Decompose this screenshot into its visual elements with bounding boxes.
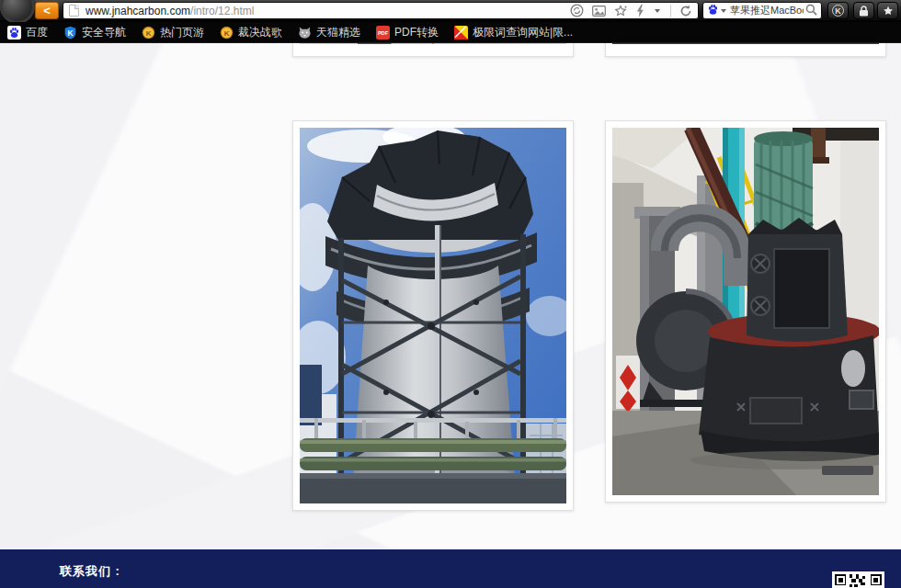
browser-titlebar: < www.jnahcarbon.com/intro/12.html [0,0,901,21]
lock-button[interactable] [853,2,874,19]
browser-window: < www.jnahcarbon.com/intro/12.html [0,0,901,588]
industrial-tower-photo [292,120,574,511]
bookmark-baidu[interactable]: 百度 [7,25,48,40]
previous-photo-card-left [292,43,574,57]
svg-text:PDF: PDF [378,30,389,36]
contact-label: 联系我们 : [60,563,120,580]
picture-icon[interactable] [592,6,606,17]
bookmark-pdf-convert[interactable]: PDF PDF转换 [376,25,439,40]
k-plugin-button[interactable]: K [827,2,849,19]
svg-text:K: K [224,28,230,37]
bookmark-label: 热门页游 [160,25,204,40]
url-domain: www.jnahcarbon.com [86,5,190,17]
bookmark-tmall[interactable]: 天猫精选 [298,25,360,40]
lightning-icon[interactable] [636,5,644,17]
grass-photo [612,43,879,44]
pdf-icon: PDF [376,26,390,40]
search-input[interactable]: 苹果推迟MacBook... [730,4,804,17]
address-bar[interactable]: www.jnahcarbon.com/intro/12.html [63,2,699,19]
bookmark-label: 天猫精选 [316,25,360,40]
bookmark-label: 裁决战歌 [238,25,282,40]
svg-text:K: K [67,28,73,37]
concrete-ground-photo [300,43,566,44]
bookmark-label: 极限词查询网站|限... [473,25,573,40]
bookmarks-bar: 百度 K 安全导航 K 热门页游 K 裁决战歌 天猫精选 [0,22,901,43]
baidu-paw-icon [7,26,21,40]
reload-icon[interactable] [679,5,692,17]
bookmark-zhanage[interactable]: K 裁决战歌 [220,25,282,40]
page-icon [69,5,79,17]
divider [670,5,671,17]
tmall-cat-icon [298,26,312,40]
baidu-paw-icon[interactable] [707,3,719,19]
bookmark-label: 百度 [26,25,48,40]
gold-coin-icon: K [220,26,234,40]
page-footer: 联系我们 : [0,549,901,588]
back-button[interactable]: < [35,2,59,19]
gold-coin-icon: K [142,26,155,40]
k-icon: K [832,5,844,17]
bookmark-label: PDF转换 [394,25,439,40]
tower-photo-graphic [300,128,566,503]
browser-logo-icon[interactable] [0,0,35,24]
previous-photo-card-right [605,43,886,57]
star-sparkle-icon[interactable] [614,5,628,17]
svg-text:K: K [146,28,152,37]
url-path: /intro/12.html [190,5,254,17]
mill-photo-graphic [612,128,879,495]
star-icon [883,6,894,17]
bookmark-hot-games[interactable]: K 热门页游 [142,25,204,40]
search-box[interactable]: 苹果推迟MacBook... [702,2,822,19]
shield-k-icon: K [63,26,77,40]
bookmark-jixianci[interactable]: 极限词查询网站|限... [454,25,573,40]
caret-down-icon[interactable] [655,9,660,13]
search-engine-caret-icon[interactable] [721,9,726,13]
circle-arrows-icon[interactable] [570,4,584,17]
lock-icon [859,6,869,17]
bookmark-label: 安全导航 [82,25,126,40]
grinding-mill-photo [605,120,886,503]
url-text[interactable]: www.jnahcarbon.com/intro/12.html [86,5,570,17]
red-yellow-flag-icon [454,26,468,40]
qr-code [832,571,884,588]
favorites-button[interactable] [877,2,898,19]
bookmark-safe-nav[interactable]: K 安全导航 [63,25,126,40]
address-bar-actions [570,4,692,17]
page-content [0,43,901,549]
search-icon[interactable] [805,3,817,19]
